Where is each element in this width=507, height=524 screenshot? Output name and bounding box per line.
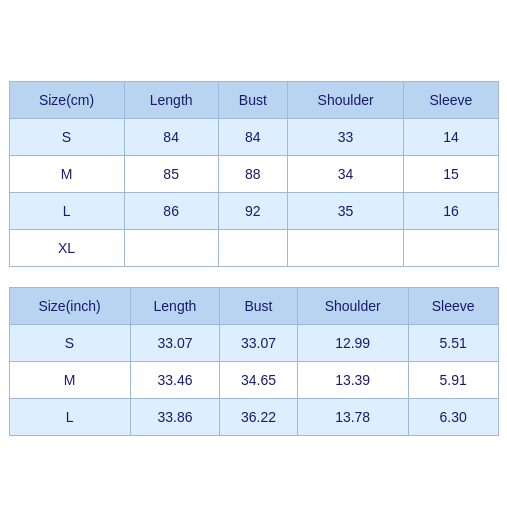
cm-header-shoulder: Shoulder — [287, 81, 403, 118]
table-cell: 13.39 — [297, 361, 408, 398]
table-cell: 33.07 — [130, 324, 220, 361]
cm-header-length: Length — [124, 81, 218, 118]
table-row: XL — [9, 229, 498, 266]
table-cell: 88 — [218, 155, 287, 192]
inch-header-shoulder: Shoulder — [297, 287, 408, 324]
table-cell: 33 — [287, 118, 403, 155]
cm-header-bust: Bust — [218, 81, 287, 118]
table-cell: 34.65 — [220, 361, 297, 398]
inch-size-table: Size(inch) Length Bust Shoulder Sleeve S… — [9, 287, 499, 436]
table-cell: 5.91 — [408, 361, 498, 398]
table-cell — [124, 229, 218, 266]
table-row: M33.4634.6513.395.91 — [9, 361, 498, 398]
table-cell — [287, 229, 403, 266]
table-cell: M — [9, 155, 124, 192]
table-cell — [218, 229, 287, 266]
cm-size-table: Size(cm) Length Bust Shoulder Sleeve S84… — [9, 81, 499, 267]
table-spacer — [9, 275, 499, 287]
table-cell: L — [9, 398, 130, 435]
table-cell: 15 — [404, 155, 498, 192]
table-cell — [404, 229, 498, 266]
table-row: L86923516 — [9, 192, 498, 229]
table-cell: 85 — [124, 155, 218, 192]
table-cell: 36.22 — [220, 398, 297, 435]
table-cell: S — [9, 118, 124, 155]
table-cell: 12.99 — [297, 324, 408, 361]
inch-header-bust: Bust — [220, 287, 297, 324]
table-cell: 6.30 — [408, 398, 498, 435]
table-row: S84843314 — [9, 118, 498, 155]
table-row: M85883415 — [9, 155, 498, 192]
table-cell: 84 — [218, 118, 287, 155]
inch-header-length: Length — [130, 287, 220, 324]
table-cell: 86 — [124, 192, 218, 229]
table-cell: 33.86 — [130, 398, 220, 435]
table-cell: 14 — [404, 118, 498, 155]
table-cell: M — [9, 361, 130, 398]
inch-header-size: Size(inch) — [9, 287, 130, 324]
table-row: S33.0733.0712.995.51 — [9, 324, 498, 361]
table-cell: 5.51 — [408, 324, 498, 361]
table-cell: 84 — [124, 118, 218, 155]
table-cell: 33.46 — [130, 361, 220, 398]
table-cell: L — [9, 192, 124, 229]
cm-header-sleeve: Sleeve — [404, 81, 498, 118]
table-cell: 34 — [287, 155, 403, 192]
cm-header-size: Size(cm) — [9, 81, 124, 118]
table-cell: 16 — [404, 192, 498, 229]
inch-header-sleeve: Sleeve — [408, 287, 498, 324]
table-row: L33.8636.2213.786.30 — [9, 398, 498, 435]
table-cell: 92 — [218, 192, 287, 229]
table-cell: S — [9, 324, 130, 361]
table-cell: 35 — [287, 192, 403, 229]
table-cell: XL — [9, 229, 124, 266]
table-cell: 33.07 — [220, 324, 297, 361]
tables-wrapper: Size(cm) Length Bust Shoulder Sleeve S84… — [9, 81, 499, 444]
table-cell: 13.78 — [297, 398, 408, 435]
